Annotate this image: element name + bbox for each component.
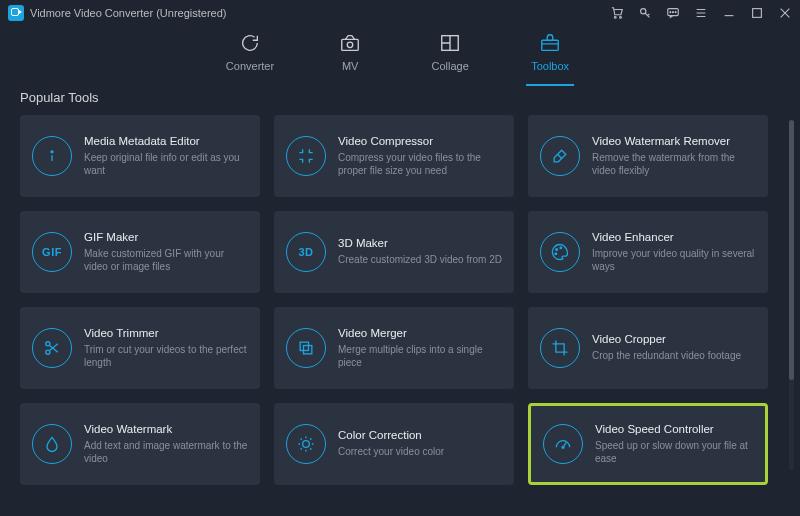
card-desc: Merge multiple clips into a single piece: [338, 343, 502, 370]
svg-point-6: [675, 12, 676, 13]
card-title: Video Watermark: [84, 423, 248, 435]
svg-point-0: [614, 17, 616, 19]
tab-converter[interactable]: Converter: [226, 32, 274, 86]
card-desc: Trim or cut your videos to the perfect l…: [84, 343, 248, 370]
card-text: Video Cropper Crop the redundant video f…: [592, 333, 741, 363]
svg-point-14: [560, 247, 562, 249]
info-icon: [32, 136, 72, 176]
card-text: Video Enhancer Improve your video qualit…: [592, 231, 756, 274]
card-desc: Keep original file info or edit as you w…: [84, 151, 248, 178]
card-title: Video Compressor: [338, 135, 502, 147]
feedback-icon[interactable]: [666, 6, 680, 20]
card-text: Video Watermark Add text and image water…: [84, 423, 248, 466]
svg-point-13: [556, 249, 558, 251]
nav-label: Toolbox: [531, 60, 569, 72]
tab-mv[interactable]: MV: [326, 32, 374, 86]
card-title: Color Correction: [338, 429, 444, 441]
nav-label: Converter: [226, 60, 274, 72]
svg-rect-7: [753, 9, 762, 18]
card-title: 3D Maker: [338, 237, 502, 249]
svg-point-15: [555, 253, 557, 255]
eraser-icon: [540, 136, 580, 176]
svg-point-1: [620, 17, 622, 19]
card-title: Video Cropper: [592, 333, 741, 345]
speed-icon: [543, 424, 583, 464]
svg-rect-11: [542, 40, 559, 50]
scissors-icon: [32, 328, 72, 368]
app-title: Vidmore Video Converter (Unregistered): [30, 7, 226, 19]
tool-3d-maker[interactable]: 3D 3D Maker Create customized 3D video f…: [274, 211, 514, 293]
svg-point-4: [670, 12, 671, 13]
svg-rect-18: [300, 342, 308, 350]
tool-video-watermark-remover[interactable]: Video Watermark Remover Remove the water…: [528, 115, 768, 197]
droplet-icon: [32, 424, 72, 464]
card-title: Media Metadata Editor: [84, 135, 248, 147]
titlebar: Vidmore Video Converter (Unregistered): [0, 0, 800, 26]
card-text: 3D Maker Create customized 3D video from…: [338, 237, 502, 267]
tool-video-cropper[interactable]: Video Cropper Crop the redundant video f…: [528, 307, 768, 389]
svg-point-16: [46, 342, 50, 346]
card-desc: Remove the watermark from the video flex…: [592, 151, 756, 178]
key-icon[interactable]: [638, 6, 652, 20]
tool-video-enhancer[interactable]: Video Enhancer Improve your video qualit…: [528, 211, 768, 293]
tab-toolbox[interactable]: Toolbox: [526, 32, 574, 86]
card-text: Video Merger Merge multiple clips into a…: [338, 327, 502, 370]
card-title: Video Enhancer: [592, 231, 756, 243]
main-nav: Converter MV Collage Toolbox: [0, 26, 800, 86]
card-desc: Compress your video files to the proper …: [338, 151, 502, 178]
svg-point-21: [562, 446, 564, 448]
close-icon[interactable]: [778, 6, 792, 20]
card-text: Video Trimmer Trim or cut your videos to…: [84, 327, 248, 370]
svg-point-20: [303, 441, 310, 448]
tool-video-watermark[interactable]: Video Watermark Add text and image water…: [20, 403, 260, 485]
gif-icon: GIF: [32, 232, 72, 272]
crop-icon: [540, 328, 580, 368]
merge-icon: [286, 328, 326, 368]
tool-video-merger[interactable]: Video Merger Merge multiple clips into a…: [274, 307, 514, 389]
svg-rect-19: [304, 346, 312, 354]
tool-color-correction[interactable]: Color Correction Correct your video colo…: [274, 403, 514, 485]
svg-point-12: [51, 151, 53, 153]
svg-point-9: [347, 42, 353, 48]
card-text: Video Speed Controller Speed up or slow …: [595, 423, 753, 466]
cart-icon[interactable]: [610, 6, 624, 20]
card-title: Video Merger: [338, 327, 502, 339]
card-desc: Speed up or slow down your file at ease: [595, 439, 753, 466]
tab-collage[interactable]: Collage: [426, 32, 474, 86]
scroll-thumb[interactable]: [789, 120, 794, 380]
tool-video-speed-controller[interactable]: Video Speed Controller Speed up or slow …: [528, 403, 768, 485]
card-desc: Make customized GIF with your video or i…: [84, 247, 248, 274]
scrollbar[interactable]: [789, 120, 794, 470]
card-text: Video Watermark Remover Remove the water…: [592, 135, 756, 178]
svg-point-17: [46, 350, 50, 354]
titlebar-right: [610, 6, 792, 20]
nav-label: MV: [342, 60, 359, 72]
card-desc: Crop the redundant video footage: [592, 349, 741, 363]
card-title: GIF Maker: [84, 231, 248, 243]
tool-grid: Media Metadata Editor Keep original file…: [20, 115, 780, 485]
tool-gif-maker[interactable]: GIF GIF Maker Make customized GIF with y…: [20, 211, 260, 293]
card-desc: Correct your video color: [338, 445, 444, 459]
collage-icon: [439, 32, 461, 54]
card-desc: Add text and image watermark to the vide…: [84, 439, 248, 466]
svg-rect-8: [342, 39, 359, 50]
card-desc: Improve your video quality in several wa…: [592, 247, 756, 274]
app-logo-icon: [8, 5, 24, 21]
content-area: Popular Tools Media Metadata Editor Keep…: [0, 86, 800, 485]
card-text: Color Correction Correct your video colo…: [338, 429, 444, 459]
card-text: Media Metadata Editor Keep original file…: [84, 135, 248, 178]
card-desc: Create customized 3D video from 2D: [338, 253, 502, 267]
maximize-icon[interactable]: [750, 6, 764, 20]
compress-icon: [286, 136, 326, 176]
card-text: Video Compressor Compress your video fil…: [338, 135, 502, 178]
nav-label: Collage: [431, 60, 468, 72]
card-title: Video Speed Controller: [595, 423, 753, 435]
3d-icon: 3D: [286, 232, 326, 272]
titlebar-left: Vidmore Video Converter (Unregistered): [8, 5, 226, 21]
sun-icon: [286, 424, 326, 464]
menu-icon[interactable]: [694, 6, 708, 20]
tool-media-metadata-editor[interactable]: Media Metadata Editor Keep original file…: [20, 115, 260, 197]
minimize-icon[interactable]: [722, 6, 736, 20]
tool-video-compressor[interactable]: Video Compressor Compress your video fil…: [274, 115, 514, 197]
tool-video-trimmer[interactable]: Video Trimmer Trim or cut your videos to…: [20, 307, 260, 389]
